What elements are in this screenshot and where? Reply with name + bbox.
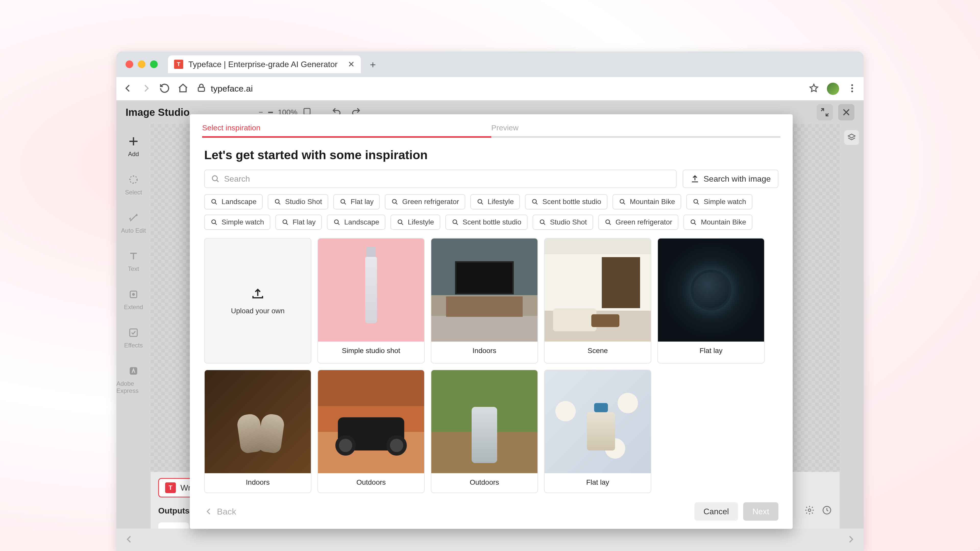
inspiration-card[interactable]: Indoors <box>431 238 538 364</box>
tool-add[interactable]: Add <box>116 132 151 161</box>
chip-scent-bottle-studio[interactable]: Scent bottle studio <box>445 214 528 230</box>
chip-flat-lay[interactable]: Flat lay <box>275 214 322 230</box>
next-button[interactable]: Next <box>743 502 778 521</box>
chip-label: Flat lay <box>293 218 316 226</box>
search-input[interactable]: Search <box>204 170 676 188</box>
inspiration-card[interactable]: Outdoors <box>318 370 425 493</box>
star-icon[interactable] <box>808 83 819 95</box>
chip-simple-watch[interactable]: Simple watch <box>686 194 752 210</box>
search-icon <box>210 198 218 206</box>
chips-row-2: Simple watchFlat layLandscapeLifestyleSc… <box>204 214 778 230</box>
tab-title: Typeface | Enterprise-grade AI Generator <box>188 60 338 69</box>
search-placeholder: Search <box>224 174 250 184</box>
chip-label: Flat lay <box>351 198 374 206</box>
modal-steps: Select inspirationPreview <box>190 114 793 138</box>
svg-rect-4 <box>304 108 310 114</box>
inspiration-card[interactable]: Flat lay <box>657 238 765 364</box>
chip-flat-lay[interactable]: Flat lay <box>333 194 380 210</box>
search-icon <box>333 218 341 226</box>
card-caption: Simple studio shot <box>318 341 424 361</box>
tool-extend[interactable]: Extend <box>116 285 151 314</box>
home-icon[interactable] <box>178 83 188 95</box>
svg-point-2 <box>851 87 853 89</box>
chip-mountain-bike[interactable]: Mountain Bike <box>612 194 681 210</box>
chip-scent-bottle-studio[interactable]: Scent bottle studio <box>525 194 607 210</box>
chip-simple-watch[interactable]: Simple watch <box>204 214 270 230</box>
svg-point-27 <box>606 220 609 224</box>
upload-own-card[interactable]: Upload your own <box>204 238 311 364</box>
tool-adobe-express[interactable]: Adobe Express <box>116 361 151 397</box>
chip-label: Mountain Bike <box>701 218 746 226</box>
tool-label: Adobe Express <box>116 380 151 394</box>
svg-point-26 <box>540 220 544 224</box>
search-icon <box>690 218 697 226</box>
browser-tab[interactable]: T Typeface | Enterprise-grade AI Generat… <box>168 56 361 73</box>
extend-icon <box>127 288 140 301</box>
search-icon <box>274 198 282 206</box>
address-bar-right <box>808 83 858 95</box>
maximize-window-button[interactable] <box>150 60 158 68</box>
search-icon <box>396 218 404 226</box>
back-icon[interactable] <box>123 83 133 95</box>
close-tab-icon[interactable]: ✕ <box>348 59 355 69</box>
step-preview[interactable]: Preview <box>491 124 780 138</box>
search-with-image-label: Search with image <box>703 174 771 184</box>
chip-lifestyle[interactable]: Lifestyle <box>390 214 440 230</box>
svg-point-7 <box>132 293 134 295</box>
inspiration-card[interactable]: Simple studio shot <box>318 238 425 364</box>
close-window-button[interactable] <box>126 60 133 68</box>
chip-mountain-bike[interactable]: Mountain Bike <box>683 214 752 230</box>
search-icon <box>605 218 612 226</box>
write-badge: T <box>165 483 176 493</box>
forward-icon[interactable] <box>141 83 151 95</box>
back-link[interactable]: Back <box>204 507 236 516</box>
tool-label: Text <box>128 265 139 272</box>
settings-icon[interactable] <box>804 505 815 516</box>
close-panel-icon[interactable] <box>838 104 854 121</box>
chip-label: Scent bottle studio <box>463 218 522 226</box>
collapse-icon[interactable] <box>817 104 833 121</box>
inspiration-card[interactable]: Flat lay <box>544 370 651 493</box>
chip-studio-shot[interactable]: Studio Shot <box>268 194 328 210</box>
chip-green-refrigerator[interactable]: Green refrigerator <box>598 214 679 230</box>
chip-label: Green refrigerator <box>616 218 673 226</box>
tool-auto-edit[interactable]: Auto Edit <box>116 208 151 237</box>
inspiration-card[interactable]: Scene <box>544 238 651 364</box>
step-select-inspiration[interactable]: Select inspiration <box>202 124 491 138</box>
chip-lifestyle[interactable]: Lifestyle <box>470 194 520 210</box>
card-caption: Flat lay <box>545 473 651 492</box>
new-tab-button[interactable]: ＋ <box>368 58 378 71</box>
svg-rect-0 <box>198 87 205 91</box>
cancel-button[interactable]: Cancel <box>694 502 738 521</box>
search-icon <box>692 198 700 206</box>
reload-icon[interactable] <box>159 83 170 95</box>
search-icon <box>210 218 218 226</box>
more-icon[interactable] <box>847 83 858 95</box>
tool-select[interactable]: Select <box>116 170 151 199</box>
inspiration-card[interactable]: Outdoors <box>431 370 538 493</box>
chip-studio-shot[interactable]: Studio Shot <box>533 214 593 230</box>
tool-text[interactable]: Text <box>116 246 151 275</box>
svg-point-13 <box>212 200 216 203</box>
svg-point-17 <box>478 200 482 203</box>
profile-avatar[interactable] <box>827 83 839 95</box>
svg-point-24 <box>398 220 402 224</box>
chip-label: Lifestyle <box>488 198 514 206</box>
chip-green-refrigerator[interactable]: Green refrigerator <box>385 194 465 210</box>
history-icon[interactable] <box>822 505 832 516</box>
url-box[interactable]: typeface.ai <box>196 83 801 95</box>
svg-point-23 <box>334 220 338 224</box>
chip-landscape[interactable]: Landscape <box>327 214 385 230</box>
svg-point-25 <box>453 220 457 224</box>
tool-label: Add <box>128 151 139 158</box>
minimize-window-button[interactable] <box>138 60 145 68</box>
chip-landscape[interactable]: Landscape <box>204 194 262 210</box>
next-page-icon[interactable] <box>846 534 856 545</box>
inspiration-card[interactable]: Indoors <box>204 370 311 493</box>
search-with-image-button[interactable]: Search with image <box>682 170 778 188</box>
prev-page-icon[interactable] <box>124 534 134 545</box>
cancel-label: Cancel <box>703 507 729 516</box>
svg-rect-8 <box>130 329 137 336</box>
tool-effects[interactable]: Effects <box>116 323 151 352</box>
layers-icon[interactable] <box>844 130 859 145</box>
